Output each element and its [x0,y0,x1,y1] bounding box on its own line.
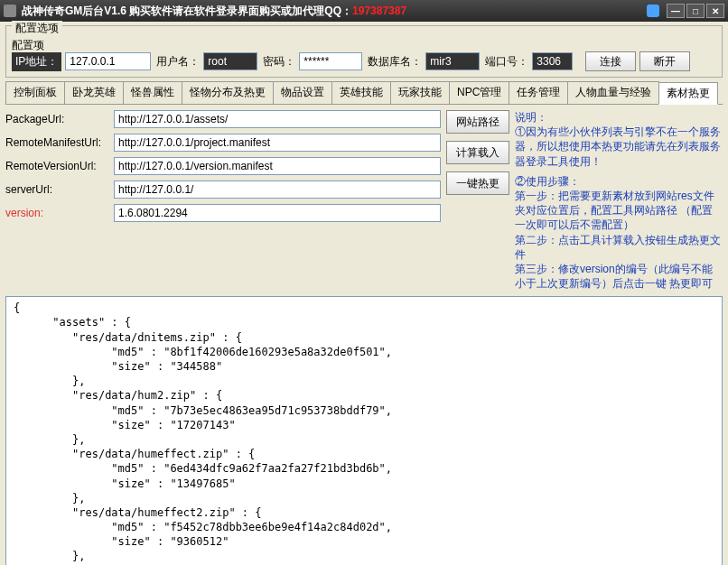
serverurl-label: serverUrl: [5,183,114,196]
tab-monster-attr[interactable]: 怪兽属性 [123,81,182,104]
tab-asset-hotupdate[interactable]: 素材热更 [658,82,718,105]
port-label: 端口号： [485,54,528,69]
db-label: 数据库名： [368,54,422,69]
tab-npc[interactable]: NPC管理 [449,81,509,104]
remotemanifest-label: RemoteManifestUrl: [5,136,114,149]
help-text: 说明： ①因为有些小伙伴列表与引擎不在一个服务器，所以想使用本热更功能请先在列表… [515,110,723,291]
app-icon [4,5,16,17]
pwd-input[interactable] [299,52,362,70]
packageurl-input[interactable] [114,110,441,128]
user-input[interactable] [203,52,257,70]
titlebar: 战神传奇GM后台V1.6 购买软件请在软件登录界面购买或加代理QQ：197387… [0,0,728,22]
serverurl-input[interactable] [114,181,441,199]
close-button[interactable]: ✕ [706,4,724,18]
tab-monster-dist[interactable]: 怪物分布及热更 [182,81,274,104]
tab-hp-exp[interactable]: 人物血量与经验 [567,81,659,104]
minimize-button[interactable]: — [667,4,685,18]
remoteversion-label: RemoteVersionUrl: [5,160,114,172]
ip-label: IP地址： [12,52,61,71]
maximize-button[interactable]: □ [686,4,705,18]
port-input[interactable] [532,52,573,70]
shield-icon [647,5,659,17]
config-title: 配置选项 [12,21,62,36]
config-groupbox: 配置选项 配置项 IP地址： 用户名： 密码： 数据库名： 端口号： 连接 断开 [5,25,723,78]
tab-hero[interactable]: 卧龙英雄 [64,81,124,104]
remotemanifest-input[interactable] [114,134,441,152]
version-input[interactable] [114,204,441,222]
remoteversion-input[interactable] [114,157,441,175]
connect-button[interactable]: 连接 [585,51,636,71]
tab-control-panel[interactable]: 控制面板 [5,81,65,104]
calc-load-button[interactable]: 计算载入 [446,141,509,164]
pwd-label: 密码： [263,54,295,69]
json-output[interactable]: { "assets" : { "res/data/dnitems.zip" : … [5,296,723,565]
db-input[interactable] [425,52,480,70]
qq-number: 197387387 [352,5,406,17]
ip-input[interactable] [65,52,151,70]
one-key-button[interactable]: 一键热更 [446,171,509,195]
site-path-button[interactable]: 网站路径 [446,110,509,134]
tab-task[interactable]: 任务管理 [509,81,568,104]
packageurl-label: PackageUrl: [5,113,114,125]
tab-player-skill[interactable]: 玩家技能 [390,81,450,104]
version-label: version: [5,207,114,219]
tab-item-settings[interactable]: 物品设置 [273,81,332,104]
user-label: 用户名： [156,54,200,69]
disconnect-button[interactable]: 断开 [639,51,690,71]
titlebar-text: 战神传奇GM后台V1.6 购买软件请在软件登录界面购买或加代理QQ：197387… [22,4,647,19]
tab-hero-skill[interactable]: 英雄技能 [331,81,391,104]
tab-bar: 控制面板 卧龙英雄 怪兽属性 怪物分布及热更 物品设置 英雄技能 玩家技能 NP… [5,81,723,105]
